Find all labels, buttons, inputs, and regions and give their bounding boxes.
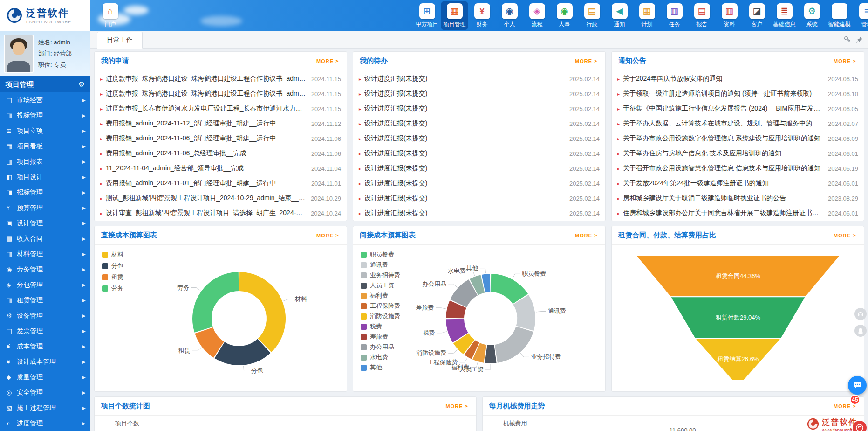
- nav-item-system[interactable]: ⚙系统: [799, 1, 825, 30]
- sidebar-item-market[interactable]: ▤市场经营▶: [0, 92, 90, 108]
- list-item[interactable]: ▸设计进度汇报(未提交)2025.02.14: [359, 116, 600, 131]
- donut-slice-其他[interactable]: [484, 283, 490, 284]
- nav-item-tasks[interactable]: ▥任务: [661, 1, 688, 30]
- list-item[interactable]: ▸进度款申报_珠海鹤港口建设_珠海鹤港口建设工程合作协议书_admin_...2…: [100, 86, 341, 101]
- sidebar-item-tender[interactable]: ◨招标管理▶: [0, 185, 90, 200]
- donut-slice-消防设施费[interactable]: [461, 338, 469, 347]
- legend-item[interactable]: 租赁: [102, 273, 123, 281]
- direct-cost-donut-chart[interactable]: 材料分包租赁劳务: [95, 245, 347, 392]
- nav-item-finance[interactable]: ¥财务: [469, 1, 495, 30]
- chat-button[interactable]: [848, 376, 867, 395]
- donut-slice-福利费[interactable]: [476, 351, 485, 354]
- list-item[interactable]: ▸设计进度汇报(未提交)2025.02.14: [359, 206, 600, 221]
- legend-item[interactable]: 职员餐费: [361, 250, 400, 259]
- nav-item-management-tools[interactable]: ≡管理: [854, 1, 868, 30]
- sidebar-item-project-design[interactable]: ◧项目设计▶: [0, 169, 90, 185]
- avatar[interactable]: [4, 35, 34, 73]
- list-item[interactable]: ▸设计审查_彭祖新城'四馆'景观工程设计项目_请选择_胡广生_2024-10-2…: [100, 206, 341, 221]
- service-icon[interactable]: [853, 421, 867, 431]
- donut-slice-人员工资[interactable]: [486, 354, 495, 355]
- sidebar-item-safety[interactable]: ◎安全管理▶: [0, 385, 90, 400]
- sidebar-item-equipment[interactable]: ⚙设备管理▶: [0, 308, 90, 323]
- donut-slice-材料[interactable]: [239, 282, 276, 346]
- sidebar-item-labor[interactable]: ◉劳务管理▶: [0, 262, 90, 277]
- list-item[interactable]: ▸费用报销_admin_2024-11-12_部门经理审批_胡建__运行中202…: [100, 116, 341, 131]
- nav-item-plans[interactable]: ▦计划: [634, 1, 660, 30]
- list-item[interactable]: ▸关于发放2024年第24批一级建造师注册证书的通知2024.06.01: [617, 176, 858, 191]
- sidebar-item-bid[interactable]: ▥投标管理▶: [0, 108, 90, 123]
- legend-item[interactable]: 材料: [102, 250, 123, 259]
- nav-item-customers[interactable]: ◪客户: [744, 1, 770, 30]
- donut-slice-业务招待费[interactable]: [496, 329, 525, 354]
- more-button[interactable]: MORE＞: [575, 57, 599, 64]
- donut-slice-职员餐费[interactable]: [491, 283, 520, 299]
- list-item[interactable]: ▸设计进度汇报(未提交)2025.02.14: [359, 131, 600, 146]
- list-item[interactable]: ▸房和城乡建设厅关于取消二级建造师临时执业证书的公告2023.08.29: [617, 191, 858, 206]
- nav-item-personal[interactable]: ◉个人: [496, 1, 523, 30]
- list-item[interactable]: ▸设计进度汇报(未提交)2025.02.14: [359, 146, 600, 161]
- list-item[interactable]: ▸关于举办大数据、云计算技术在城市建设、规划、管理与服务中的应用培训班...20…: [617, 116, 858, 131]
- sidebar-item-report-chart[interactable]: ▥项目报表▶: [0, 154, 90, 169]
- qq-icon[interactable]: [854, 325, 867, 337]
- legend-item[interactable]: 工程保险费: [361, 302, 400, 310]
- donut-slice-分包[interactable]: [219, 346, 264, 356]
- nav-item-workflow[interactable]: ◈流程: [524, 1, 550, 30]
- list-item[interactable]: ▸关于举办市政公用设施数字化管理信息 系统建设与应用培训班的通知2024.06.…: [617, 131, 858, 146]
- nav-item-base-info[interactable]: ≣基础信息: [771, 1, 798, 30]
- list-item[interactable]: ▸费用报销_admin_2024-11-01_部门经理审批_胡建__运行中202…: [100, 176, 341, 191]
- legend-item[interactable]: 福利费: [361, 292, 400, 300]
- sidebar-item-progress[interactable]: ◐进度管理▶: [0, 416, 90, 431]
- donut-slice-劳务[interactable]: [202, 282, 239, 330]
- legend-item[interactable]: 水电费: [361, 353, 400, 361]
- legend-item[interactable]: 业务招待费: [361, 271, 400, 279]
- legend-item[interactable]: 通讯费: [361, 261, 400, 269]
- nav-item-portal[interactable]: ⌂ 门户: [97, 1, 123, 30]
- list-item[interactable]: ▸费用报销_admin_2024-11-06_总经理审批__完成2024.11.…: [100, 146, 341, 161]
- list-item[interactable]: ▸费用报销_admin_2024-11-06_部门经理审批_胡建__运行中202…: [100, 131, 341, 146]
- list-item[interactable]: ▸进度款申报_珠海鹤港口建设_珠海鹤港口建设工程合作协议书_admin_...2…: [100, 71, 341, 86]
- more-button[interactable]: MORE＞: [834, 57, 857, 64]
- list-item[interactable]: ▸关于2024年国庆节放假安排的通知2024.06.15: [617, 71, 858, 86]
- nav-item-notifications[interactable]: ◀通知: [606, 1, 633, 30]
- sidebar-item-quality[interactable]: ◆质量管理▶: [0, 369, 90, 385]
- nav-item-documents[interactable]: ▥资料: [716, 1, 743, 30]
- list-item[interactable]: ▸进度款申报_长春市伊通河水力发电厂设建工程_长春市伊通河水力发电...2024…: [100, 101, 341, 116]
- tab-daily-work[interactable]: 日常工作: [97, 32, 143, 49]
- list-item[interactable]: ▸关于召开市政公用设施智慧化管理信息 信息技术与应用培训班的通知2024.06.…: [617, 161, 858, 176]
- lease-funnel-chart[interactable]: 租赁合同44.36%租赁付款29.04%租赁结算26.6%: [612, 245, 864, 392]
- list-item[interactable]: ▸设计进度汇报(未提交)2025.02.14: [359, 71, 600, 86]
- more-button[interactable]: MORE＞: [834, 232, 857, 239]
- sidebar-item-income-contract[interactable]: ▤收入合同▶: [0, 231, 90, 246]
- module-header[interactable]: 项目管理 ⚙: [0, 76, 90, 92]
- list-item[interactable]: ▸关于领取一级注册建造师培训项目的通知 (须持一建证书前来领取)2024.06.…: [617, 86, 858, 101]
- more-button[interactable]: MORE＞: [575, 232, 599, 239]
- sidebar-item-budget[interactable]: ¥预算管理▶: [0, 200, 90, 216]
- legend-item[interactable]: 差旅费: [361, 333, 400, 341]
- nav-item-hr[interactable]: ◉人事: [551, 1, 578, 30]
- legend-item[interactable]: 劳务: [102, 284, 123, 292]
- sidebar-item-construction[interactable]: ▧施工过程管理▶: [0, 400, 90, 416]
- more-button[interactable]: MORE＞: [446, 403, 470, 410]
- legend-item[interactable]: 税费: [361, 322, 400, 331]
- donut-slice-通讯费[interactable]: [521, 299, 526, 328]
- donut-slice-水电费[interactable]: [474, 284, 483, 287]
- list-item[interactable]: ▸设计进度汇报(未提交)2025.02.14: [359, 101, 600, 116]
- legend-item[interactable]: 消防设施费: [361, 312, 400, 320]
- list-item[interactable]: ▸设计进度汇报(未提交)2025.02.14: [359, 161, 600, 176]
- legend-item[interactable]: 人员工资: [361, 281, 400, 290]
- nav-item-administration[interactable]: ▤行政: [579, 1, 605, 30]
- nav-item-smart-modeling[interactable]: 智能建模: [826, 1, 853, 30]
- list-item[interactable]: ▸11_2024-11-04_admin_经营部_领导审批__完成2024.11…: [100, 161, 341, 176]
- key-icon[interactable]: [844, 36, 851, 43]
- sidebar-item-invoice[interactable]: ▤发票管理▶: [0, 323, 90, 339]
- pin-icon[interactable]: [856, 36, 863, 43]
- list-item[interactable]: ▸住房和城乡建设部办公厅关于同意吉林省开展二级建造师注册证书电子化试点...20…: [617, 206, 858, 221]
- nav-item-reports[interactable]: ▤报告: [689, 1, 715, 30]
- legend-item[interactable]: 分包: [102, 262, 123, 270]
- sidebar-item-material[interactable]: ▦材料管理▶: [0, 246, 90, 262]
- legend-item[interactable]: 办公用品: [361, 343, 400, 351]
- donut-slice-办公用品[interactable]: [458, 287, 473, 303]
- donut-slice-工程保险费[interactable]: [470, 348, 475, 351]
- donut-slice-税费[interactable]: [455, 319, 461, 338]
- sidebar-item-cost[interactable]: ¥成本管理▶: [0, 339, 90, 354]
